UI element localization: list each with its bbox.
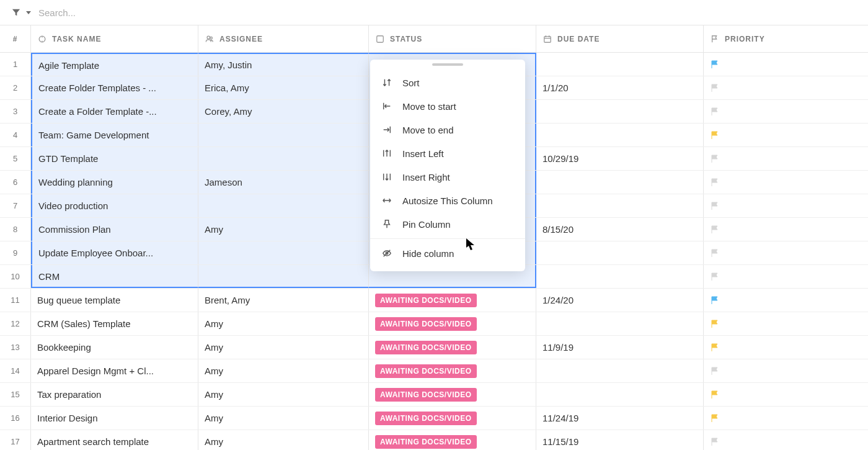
table-row[interactable]: 17Apartment search templateAmyAWAITING D… — [0, 430, 868, 450]
task-cell[interactable]: Tax preparation — [31, 383, 198, 406]
assignee-cell[interactable]: Amy — [198, 336, 369, 359]
status-cell[interactable]: AWAITING DOCS/VIDEO — [369, 430, 536, 450]
assignee-cell[interactable] — [198, 147, 369, 170]
priority-cell[interactable] — [704, 218, 865, 241]
date-cell[interactable]: 11/9/19 — [536, 336, 704, 359]
task-cell[interactable]: Interior Design — [31, 407, 198, 430]
priority-cell[interactable] — [704, 53, 865, 76]
assignee-cell[interactable] — [198, 194, 369, 217]
task-cell[interactable]: Video production — [31, 194, 198, 217]
menu-autosize[interactable]: Autosize This Column — [370, 189, 525, 212]
priority-cell[interactable] — [704, 312, 865, 335]
table-row[interactable]: 14Apparel Design Mgmt + Cl...AmyAWAITING… — [0, 359, 868, 383]
assignee-cell[interactable] — [198, 241, 369, 264]
status-cell[interactable]: AWAITING DOCS/VIDEO — [369, 289, 536, 312]
assignee-cell[interactable]: Amy — [198, 407, 369, 430]
status-cell[interactable]: AWAITING DOCS/VIDEO — [369, 407, 536, 430]
task-cell[interactable]: Create Folder Templates - ... — [31, 76, 198, 99]
menu-hide[interactable]: Hide column — [370, 241, 525, 265]
menu-sort[interactable]: Sort — [370, 71, 525, 94]
status-cell[interactable]: AWAITING DOCS/VIDEO — [369, 312, 536, 335]
priority-cell[interactable] — [704, 241, 865, 264]
menu-move-start[interactable]: Move to start — [370, 94, 525, 118]
menu-insert-right[interactable]: Insert Right — [370, 165, 525, 189]
table-row[interactable]: 16Interior DesignAmyAWAITING DOCS/VIDEO1… — [0, 407, 868, 430]
date-cell[interactable]: 1/24/20 — [536, 289, 704, 312]
assignee-cell[interactable]: Erica, Amy — [198, 76, 369, 99]
task-cell[interactable]: Create a Folder Template -... — [31, 100, 198, 123]
assignee-cell[interactable] — [198, 265, 369, 288]
date-cell[interactable] — [536, 100, 704, 123]
date-cell[interactable] — [536, 265, 704, 288]
priority-cell[interactable] — [704, 430, 865, 450]
menu-move-end[interactable]: Move to end — [370, 118, 525, 142]
status-cell[interactable]: AWAITING DOCS/VIDEO — [369, 359, 536, 382]
assignee-cell[interactable]: Jameson — [198, 171, 369, 194]
search-input[interactable] — [35, 5, 857, 20]
priority-cell[interactable] — [704, 383, 865, 406]
date-cell[interactable] — [536, 53, 704, 76]
priority-cell[interactable] — [704, 124, 865, 146]
header-priority[interactable]: PRIORITY — [704, 25, 865, 52]
assignee-cell[interactable]: Amy — [198, 218, 369, 241]
table-row[interactable]: 13BookkeepingAmyAWAITING DOCS/VIDEO11/9/… — [0, 336, 868, 359]
task-cell[interactable]: Wedding planning — [31, 171, 198, 194]
task-cell[interactable]: Apparel Design Mgmt + Cl... — [31, 359, 198, 382]
task-cell[interactable]: Bug queue template — [31, 289, 198, 312]
task-cell[interactable]: CRM — [31, 265, 198, 288]
task-cell[interactable]: Agile Template — [31, 53, 198, 76]
priority-cell[interactable] — [704, 171, 865, 194]
assignee-cell[interactable] — [198, 124, 369, 146]
task-cell[interactable]: Update Employee Onboar... — [31, 241, 198, 264]
date-cell[interactable] — [536, 312, 704, 335]
header-date[interactable]: DUE DATE — [536, 25, 704, 52]
table-row[interactable]: 15Tax preparationAmyAWAITING DOCS/VIDEO — [0, 383, 868, 407]
header-status[interactable]: STATUS — [369, 25, 536, 52]
assignee-cell[interactable]: Amy — [198, 312, 369, 335]
task-cell[interactable]: Team: Game Development — [31, 124, 198, 146]
date-cell[interactable] — [536, 194, 704, 217]
priority-cell[interactable] — [704, 407, 865, 430]
table-row[interactable]: 12CRM (Sales) TemplateAmyAWAITING DOCS/V… — [0, 312, 868, 336]
assignee-cell[interactable]: Amy, Justin — [198, 53, 369, 76]
date-cell[interactable] — [536, 383, 704, 406]
menu-drag-handle[interactable] — [432, 63, 463, 66]
task-cell[interactable]: Apartment search template — [31, 430, 198, 450]
status-cell[interactable]: AWAITING DOCS/VIDEO — [369, 383, 536, 406]
assignee-cell[interactable]: Corey, Amy — [198, 100, 369, 123]
assignee-cell[interactable]: Amy — [198, 359, 369, 382]
header-assignee[interactable]: ASSIGNEE — [198, 25, 369, 52]
priority-cell[interactable] — [704, 194, 865, 217]
filter-icon[interactable] — [11, 7, 21, 17]
task-cell[interactable]: Bookkeeping — [31, 336, 198, 359]
chevron-down-icon[interactable] — [26, 11, 31, 14]
task-cell[interactable]: CRM (Sales) Template — [31, 312, 198, 335]
assignee-cell[interactable]: Amy — [198, 383, 369, 406]
header-task[interactable]: TASK NAME — [31, 25, 198, 52]
date-cell[interactable]: 10/29/19 — [536, 147, 704, 170]
status-cell[interactable]: AWAITING DOCS/VIDEO — [369, 336, 536, 359]
priority-cell[interactable] — [704, 336, 865, 359]
priority-cell[interactable] — [704, 100, 865, 123]
date-cell[interactable]: 1/1/20 — [536, 76, 704, 99]
header-num[interactable]: # — [0, 25, 31, 52]
priority-cell[interactable] — [704, 147, 865, 170]
task-cell[interactable]: Commission Plan — [31, 218, 198, 241]
menu-pin[interactable]: Pin Column — [370, 212, 525, 236]
date-cell[interactable]: 8/15/20 — [536, 218, 704, 241]
menu-insert-left[interactable]: Insert Left — [370, 142, 525, 165]
date-cell[interactable] — [536, 359, 704, 382]
priority-cell[interactable] — [704, 359, 865, 382]
priority-cell[interactable] — [704, 289, 865, 312]
assignee-cell[interactable]: Amy — [198, 430, 369, 450]
date-cell[interactable]: 11/24/19 — [536, 407, 704, 430]
priority-cell[interactable] — [704, 265, 865, 288]
date-cell[interactable]: 11/15/19 — [536, 430, 704, 450]
assignee-cell[interactable]: Brent, Amy — [198, 289, 369, 312]
task-cell[interactable]: GTD Template — [31, 147, 198, 170]
date-cell[interactable] — [536, 171, 704, 194]
date-cell[interactable] — [536, 241, 704, 264]
table-row[interactable]: 11Bug queue templateBrent, AmyAWAITING D… — [0, 289, 868, 312]
priority-cell[interactable] — [704, 76, 865, 99]
date-cell[interactable] — [536, 124, 704, 146]
